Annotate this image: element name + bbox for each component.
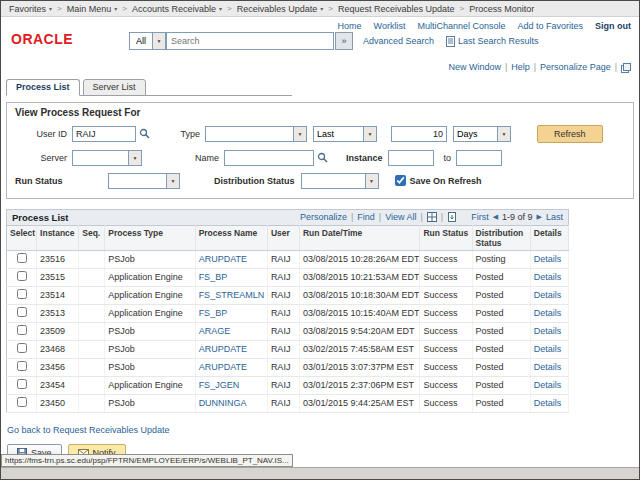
distribution-status-select[interactable]: ▼ xyxy=(301,173,379,189)
sign-out-link[interactable]: Sign out xyxy=(595,21,631,31)
details-link[interactable]: Details xyxy=(530,322,568,340)
details-link[interactable]: Details xyxy=(530,340,568,358)
instance-from-input[interactable] xyxy=(388,150,434,166)
name-input[interactable] xyxy=(224,150,314,166)
tab-server-list[interactable]: Server List xyxy=(83,79,146,96)
instance-label: Instance xyxy=(346,153,383,163)
nav-link-multichannel-console[interactable]: MultiChannel Console xyxy=(417,21,505,31)
popout-grid-icon[interactable] xyxy=(427,212,437,222)
details-link[interactable]: Details xyxy=(530,358,568,376)
row-select-checkbox[interactable] xyxy=(17,271,27,281)
column-header-distribution-status: Distribution Status xyxy=(472,225,530,250)
distribution-status-cell: Posted xyxy=(472,268,530,286)
global-search-bar: All ▼ » Advanced Search Last Search Resu… xyxy=(129,32,539,50)
run-status-cell: Success xyxy=(420,322,472,340)
save-on-refresh-checkbox[interactable] xyxy=(395,175,406,186)
nav-link-worklist[interactable]: Worklist xyxy=(374,21,406,31)
row-select-checkbox[interactable] xyxy=(17,379,27,389)
process-type-cell: Application Engine xyxy=(105,304,195,322)
search-scope-value: All xyxy=(130,36,152,46)
run-status-cell: Success xyxy=(420,394,472,412)
breadcrumb-item-request-receivables-update[interactable]: Request Receivables Update xyxy=(338,4,455,14)
row-select-checkbox[interactable] xyxy=(17,343,27,353)
details-link[interactable]: Details xyxy=(530,376,568,394)
personalize-page-link[interactable]: Personalize Page xyxy=(540,62,611,72)
user-id-input[interactable] xyxy=(72,126,136,142)
go-back-link[interactable]: Go back to Request Receivables Update xyxy=(7,425,170,435)
first-link[interactable]: First xyxy=(471,212,489,222)
grid-pager: First ◀ 1-9 of 9 ▶ Last xyxy=(471,212,563,222)
help-link[interactable]: Help xyxy=(511,62,530,72)
row-select-checkbox[interactable] xyxy=(17,325,27,335)
details-link[interactable]: Details xyxy=(530,268,568,286)
run-status-cell: Success xyxy=(420,268,472,286)
new-window-link[interactable]: New Window xyxy=(448,62,501,72)
server-select[interactable]: ▼ xyxy=(72,150,142,166)
panel-title: View Process Request For xyxy=(15,107,625,118)
find-link[interactable]: Find xyxy=(357,212,375,222)
process-name-link[interactable]: ARUPDATE xyxy=(195,340,267,358)
download-icon[interactable] xyxy=(447,212,457,222)
run-status-cell: Success xyxy=(420,376,472,394)
last-count-input[interactable] xyxy=(391,126,447,142)
search-scope-select[interactable]: All ▼ xyxy=(129,32,166,50)
breadcrumb-separator: > xyxy=(227,4,232,13)
process-name-link[interactable]: ARAGE xyxy=(195,322,267,340)
copy-link-icon[interactable] xyxy=(621,63,631,73)
details-link[interactable]: Details xyxy=(530,250,568,268)
last-select[interactable]: Last▼ xyxy=(313,126,377,142)
breadcrumb-item-main-menu[interactable]: Main Menu▾ xyxy=(67,4,118,14)
prev-arrow-icon[interactable]: ◀ xyxy=(493,213,498,221)
tab-process-list[interactable]: Process List xyxy=(6,79,80,96)
advanced-search-link[interactable]: Advanced Search xyxy=(363,36,434,46)
next-arrow-icon[interactable]: ▶ xyxy=(537,213,542,221)
refresh-button[interactable]: Refresh xyxy=(537,125,603,143)
last-search-results-link[interactable]: Last Search Results xyxy=(458,36,539,46)
process-row: 23468PSJobARUPDATERAIJ03/02/2015 7:45:58… xyxy=(7,340,569,358)
personalize-link[interactable]: Personalize xyxy=(300,212,347,222)
process-name-link[interactable]: FS_BP xyxy=(195,268,267,286)
process-name-link[interactable]: ARUPDATE xyxy=(195,358,267,376)
nav-link-home[interactable]: Home xyxy=(338,21,362,31)
column-header-user: User xyxy=(267,225,299,250)
user-cell: RAIJ xyxy=(267,250,299,268)
process-name-link[interactable]: FS_STREAMLN xyxy=(195,286,267,304)
separator: | xyxy=(505,62,507,72)
process-name-link[interactable]: FS_BP xyxy=(195,304,267,322)
process-name-link[interactable]: DUNNINGA xyxy=(195,394,267,412)
process-name-link[interactable]: FS_JGEN xyxy=(195,376,267,394)
seq-cell xyxy=(79,250,105,268)
row-select-checkbox[interactable] xyxy=(17,307,27,317)
run-status-select[interactable]: ▼ xyxy=(108,173,180,189)
breadcrumb-item-process-monitor[interactable]: Process Monitor xyxy=(469,4,534,14)
process-name-link[interactable]: ARUPDATE xyxy=(195,250,267,268)
unit-select[interactable]: Days▼ xyxy=(453,126,511,142)
last-link[interactable]: Last xyxy=(546,212,563,222)
nav-link-add-to-favorites[interactable]: Add to Favorites xyxy=(517,21,583,31)
column-header-instance: Instance xyxy=(37,225,79,250)
tab-bar: Process List Server List xyxy=(6,77,292,96)
name-lookup-icon[interactable] xyxy=(317,152,328,163)
search-input[interactable] xyxy=(166,32,334,50)
details-link[interactable]: Details xyxy=(530,286,568,304)
row-select-checkbox[interactable] xyxy=(17,397,27,407)
breadcrumb-item-favorites[interactable]: Favorites▾ xyxy=(9,4,52,14)
distribution-status-cell: Posted xyxy=(472,340,530,358)
user-id-lookup-icon[interactable] xyxy=(139,128,150,139)
row-select-checkbox[interactable] xyxy=(17,361,27,371)
details-link[interactable]: Details xyxy=(530,394,568,412)
type-select[interactable]: ▼ xyxy=(205,126,307,142)
status-url-tooltip: https://fms-trn.ps.sc.edu/psp/FPTRN/EMPL… xyxy=(1,454,293,467)
run-status-cell: Success xyxy=(420,250,472,268)
view-all-link[interactable]: View All xyxy=(385,212,416,222)
run-datetime-cell: 03/08/2015 10:28:26AM EDT xyxy=(299,250,419,268)
breadcrumb-item-receivables-update[interactable]: Receivables Update▾ xyxy=(237,4,324,14)
search-go-button[interactable]: » xyxy=(335,32,353,50)
instance-to-input[interactable] xyxy=(456,150,502,166)
row-select-checkbox[interactable] xyxy=(17,253,27,263)
breadcrumb-item-accounts-receivable[interactable]: Accounts Receivable▾ xyxy=(132,4,222,14)
run-status-cell: Success xyxy=(420,286,472,304)
details-link[interactable]: Details xyxy=(530,304,568,322)
row-select-checkbox[interactable] xyxy=(17,289,27,299)
select-cell xyxy=(7,286,37,304)
